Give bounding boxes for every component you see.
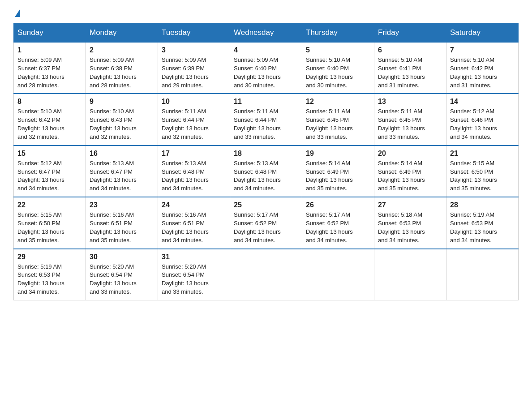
day-info: Sunrise: 5:09 AMSunset: 6:37 PMDaylight:… bbox=[17, 56, 82, 90]
calendar-cell: 30 Sunrise: 5:20 AMSunset: 6:54 PMDaylig… bbox=[86, 249, 158, 300]
day-number: 17 bbox=[162, 150, 226, 158]
day-info: Sunrise: 5:14 AMSunset: 6:49 PMDaylight:… bbox=[378, 159, 442, 193]
day-number: 6 bbox=[378, 46, 442, 54]
logo-triangle-icon bbox=[15, 9, 20, 17]
day-info: Sunrise: 5:15 AMSunset: 6:50 PMDaylight:… bbox=[450, 159, 515, 193]
weekday-header-friday: Friday bbox=[374, 24, 446, 43]
day-number: 1 bbox=[17, 46, 82, 54]
day-info: Sunrise: 5:11 AMSunset: 6:44 PMDaylight:… bbox=[234, 107, 298, 141]
day-info: Sunrise: 5:16 AMSunset: 6:51 PMDaylight:… bbox=[162, 211, 226, 244]
calendar-cell bbox=[302, 249, 374, 300]
day-number: 25 bbox=[234, 201, 298, 209]
day-info: Sunrise: 5:13 AMSunset: 6:48 PMDaylight:… bbox=[162, 159, 226, 193]
day-info: Sunrise: 5:12 AMSunset: 6:47 PMDaylight:… bbox=[17, 159, 82, 193]
day-info: Sunrise: 5:10 AMSunset: 6:43 PMDaylight:… bbox=[90, 107, 154, 141]
calendar-cell: 19 Sunrise: 5:14 AMSunset: 6:49 PMDaylig… bbox=[302, 146, 374, 197]
day-number: 9 bbox=[90, 98, 154, 106]
calendar-cell: 22 Sunrise: 5:15 AMSunset: 6:50 PMDaylig… bbox=[14, 197, 86, 248]
calendar-cell: 12 Sunrise: 5:11 AMSunset: 6:45 PMDaylig… bbox=[302, 94, 374, 145]
calendar-cell: 23 Sunrise: 5:16 AMSunset: 6:51 PMDaylig… bbox=[86, 197, 158, 248]
day-info: Sunrise: 5:13 AMSunset: 6:47 PMDaylight:… bbox=[90, 159, 154, 193]
calendar-cell: 29 Sunrise: 5:19 AMSunset: 6:53 PMDaylig… bbox=[14, 249, 86, 300]
day-number: 30 bbox=[90, 253, 154, 261]
day-number: 22 bbox=[17, 201, 82, 209]
day-number: 31 bbox=[162, 253, 226, 261]
day-number: 7 bbox=[450, 46, 515, 54]
day-number: 4 bbox=[234, 46, 298, 54]
weekday-header-wednesday: Wednesday bbox=[230, 24, 302, 43]
calendar-cell: 17 Sunrise: 5:13 AMSunset: 6:48 PMDaylig… bbox=[158, 146, 230, 197]
calendar-cell: 3 Sunrise: 5:09 AMSunset: 6:39 PMDayligh… bbox=[158, 42, 230, 94]
day-info: Sunrise: 5:17 AMSunset: 6:52 PMDaylight:… bbox=[306, 211, 370, 244]
day-number: 12 bbox=[306, 98, 370, 106]
day-info: Sunrise: 5:19 AMSunset: 6:53 PMDaylight:… bbox=[450, 211, 515, 244]
weekday-header-thursday: Thursday bbox=[302, 24, 374, 43]
day-number: 13 bbox=[378, 98, 442, 106]
calendar-cell: 10 Sunrise: 5:11 AMSunset: 6:44 PMDaylig… bbox=[158, 94, 230, 145]
calendar-cell bbox=[230, 249, 302, 300]
calendar-cell: 9 Sunrise: 5:10 AMSunset: 6:43 PMDayligh… bbox=[86, 94, 158, 145]
calendar-cell: 7 Sunrise: 5:10 AMSunset: 6:42 PMDayligh… bbox=[446, 42, 519, 94]
day-info: Sunrise: 5:12 AMSunset: 6:46 PMDaylight:… bbox=[450, 107, 515, 141]
calendar-table: SundayMondayTuesdayWednesdayThursdayFrid… bbox=[13, 23, 519, 300]
day-info: Sunrise: 5:10 AMSunset: 6:42 PMDaylight:… bbox=[450, 56, 515, 90]
calendar-cell: 11 Sunrise: 5:11 AMSunset: 6:44 PMDaylig… bbox=[230, 94, 302, 145]
calendar-cell bbox=[374, 249, 446, 300]
calendar-cell: 20 Sunrise: 5:14 AMSunset: 6:49 PMDaylig… bbox=[374, 146, 446, 197]
day-number: 5 bbox=[306, 46, 370, 54]
day-info: Sunrise: 5:09 AMSunset: 6:40 PMDaylight:… bbox=[234, 56, 298, 90]
weekday-header-monday: Monday bbox=[86, 24, 158, 43]
day-info: Sunrise: 5:09 AMSunset: 6:38 PMDaylight:… bbox=[90, 56, 154, 90]
calendar-cell: 13 Sunrise: 5:11 AMSunset: 6:45 PMDaylig… bbox=[374, 94, 446, 145]
day-info: Sunrise: 5:11 AMSunset: 6:44 PMDaylight:… bbox=[162, 107, 226, 141]
day-number: 21 bbox=[450, 150, 515, 158]
day-info: Sunrise: 5:20 AMSunset: 6:54 PMDaylight:… bbox=[90, 263, 154, 296]
day-number: 14 bbox=[450, 98, 515, 106]
day-info: Sunrise: 5:15 AMSunset: 6:50 PMDaylight:… bbox=[17, 211, 82, 244]
day-number: 19 bbox=[306, 150, 370, 158]
calendar-cell: 8 Sunrise: 5:10 AMSunset: 6:42 PMDayligh… bbox=[14, 94, 86, 145]
day-info: Sunrise: 5:19 AMSunset: 6:53 PMDaylight:… bbox=[17, 263, 82, 296]
day-info: Sunrise: 5:11 AMSunset: 6:45 PMDaylight:… bbox=[378, 107, 442, 141]
calendar-cell: 6 Sunrise: 5:10 AMSunset: 6:41 PMDayligh… bbox=[374, 42, 446, 94]
day-info: Sunrise: 5:16 AMSunset: 6:51 PMDaylight:… bbox=[90, 211, 154, 244]
calendar-cell: 31 Sunrise: 5:20 AMSunset: 6:54 PMDaylig… bbox=[158, 249, 230, 300]
calendar-week-row: 22 Sunrise: 5:15 AMSunset: 6:50 PMDaylig… bbox=[14, 197, 519, 248]
calendar-cell: 18 Sunrise: 5:13 AMSunset: 6:48 PMDaylig… bbox=[230, 146, 302, 197]
day-number: 26 bbox=[306, 201, 370, 209]
calendar-cell: 25 Sunrise: 5:17 AMSunset: 6:52 PMDaylig… bbox=[230, 197, 302, 248]
day-info: Sunrise: 5:20 AMSunset: 6:54 PMDaylight:… bbox=[162, 263, 226, 296]
page-header bbox=[13, 9, 519, 16]
day-info: Sunrise: 5:13 AMSunset: 6:48 PMDaylight:… bbox=[234, 159, 298, 193]
calendar-cell: 1 Sunrise: 5:09 AMSunset: 6:37 PMDayligh… bbox=[14, 42, 86, 94]
weekday-header-tuesday: Tuesday bbox=[158, 24, 230, 43]
day-number: 3 bbox=[162, 46, 226, 54]
calendar-cell: 14 Sunrise: 5:12 AMSunset: 6:46 PMDaylig… bbox=[446, 94, 519, 145]
day-number: 15 bbox=[17, 150, 82, 158]
calendar-cell: 26 Sunrise: 5:17 AMSunset: 6:52 PMDaylig… bbox=[302, 197, 374, 248]
calendar-cell: 27 Sunrise: 5:18 AMSunset: 6:53 PMDaylig… bbox=[374, 197, 446, 248]
day-number: 2 bbox=[90, 46, 154, 54]
calendar-cell: 5 Sunrise: 5:10 AMSunset: 6:40 PMDayligh… bbox=[302, 42, 374, 94]
calendar-cell bbox=[446, 249, 519, 300]
day-number: 16 bbox=[90, 150, 154, 158]
day-info: Sunrise: 5:10 AMSunset: 6:42 PMDaylight:… bbox=[17, 107, 82, 141]
calendar-cell: 21 Sunrise: 5:15 AMSunset: 6:50 PMDaylig… bbox=[446, 146, 519, 197]
calendar-cell: 24 Sunrise: 5:16 AMSunset: 6:51 PMDaylig… bbox=[158, 197, 230, 248]
day-info: Sunrise: 5:17 AMSunset: 6:52 PMDaylight:… bbox=[234, 211, 298, 244]
day-number: 23 bbox=[90, 201, 154, 209]
day-number: 10 bbox=[162, 98, 226, 106]
weekday-header-row: SundayMondayTuesdayWednesdayThursdayFrid… bbox=[14, 24, 519, 43]
calendar-body: 1 Sunrise: 5:09 AMSunset: 6:37 PMDayligh… bbox=[14, 42, 519, 300]
calendar-cell: 28 Sunrise: 5:19 AMSunset: 6:53 PMDaylig… bbox=[446, 197, 519, 248]
day-info: Sunrise: 5:14 AMSunset: 6:49 PMDaylight:… bbox=[306, 159, 370, 193]
calendar-cell: 4 Sunrise: 5:09 AMSunset: 6:40 PMDayligh… bbox=[230, 42, 302, 94]
day-number: 27 bbox=[378, 201, 442, 209]
day-number: 28 bbox=[450, 201, 515, 209]
day-info: Sunrise: 5:11 AMSunset: 6:45 PMDaylight:… bbox=[306, 107, 370, 141]
calendar-cell: 16 Sunrise: 5:13 AMSunset: 6:47 PMDaylig… bbox=[86, 146, 158, 197]
day-info: Sunrise: 5:18 AMSunset: 6:53 PMDaylight:… bbox=[378, 211, 442, 244]
calendar-week-row: 8 Sunrise: 5:10 AMSunset: 6:42 PMDayligh… bbox=[14, 94, 519, 145]
day-number: 11 bbox=[234, 98, 298, 106]
weekday-header-saturday: Saturday bbox=[446, 24, 519, 43]
